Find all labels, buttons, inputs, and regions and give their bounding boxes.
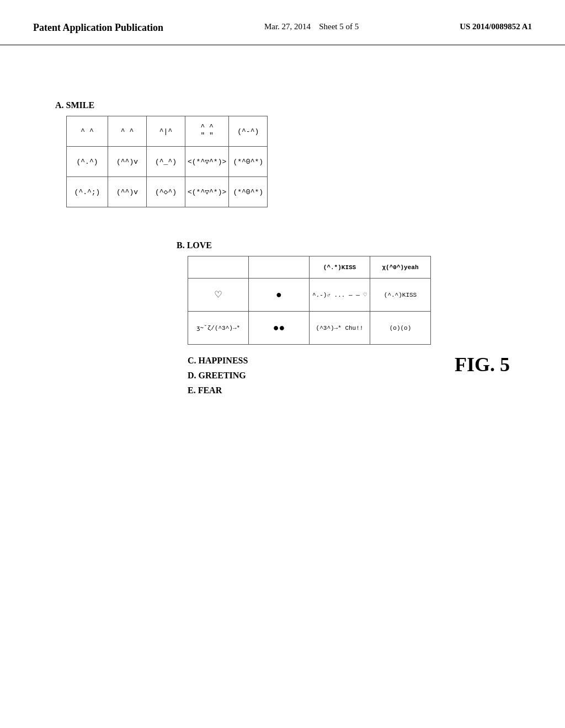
- section-e-label: E. FEAR: [188, 383, 532, 398]
- publication-number: US 2014/0089852 A1: [460, 22, 532, 31]
- table-cell: [249, 256, 310, 279]
- table-cell: χ(^0^)yeah: [370, 256, 431, 279]
- table-cell: [188, 256, 249, 279]
- table-cell: (^◇^): [147, 177, 185, 207]
- table-cell: (^.^): [67, 147, 108, 177]
- table-cell: <(*^▽^*)>: [185, 147, 229, 177]
- smile-table: ^ ^ ^ ^ ^|^ ^ ^" " (^-^) (^.^) (^^)v (^_…: [66, 116, 268, 207]
- table-cell: (^-^): [229, 116, 268, 147]
- table-cell: ʒ~ˇζ/(^3^)→*: [188, 312, 249, 345]
- table-row: (^.*)KISS χ(^0^)yeah: [188, 256, 431, 279]
- section-a: A. SMILE ^ ^ ^ ^ ^|^ ^ ^" " (^-^) (^.^) …: [55, 100, 532, 207]
- table-row: ♡ ● ^.-)♂ ... — — ♡ (^.^)KISS: [188, 279, 431, 312]
- table-row: ^ ^ ^ ^ ^|^ ^ ^" " (^-^): [67, 116, 268, 147]
- table-cell: (^3^)→* Chu!!: [310, 312, 370, 345]
- table-cell: ^ ^: [67, 116, 108, 147]
- table-cell: (*^0^*): [229, 147, 268, 177]
- table-cell: <(*^▽^*)>: [185, 177, 229, 207]
- table-cell: ^ ^" ": [185, 116, 229, 147]
- pub-date: Mar. 27, 2014: [264, 22, 311, 31]
- table-row: (^.^;) (^^)v (^◇^) <(*^▽^*)> (*^0^*): [67, 177, 268, 207]
- table-cell: (^^)v: [108, 147, 147, 177]
- table-cell: (^.*)KISS: [310, 256, 370, 279]
- table-cell: ●●: [249, 312, 310, 345]
- page-header: Patent Application Publication Mar. 27, …: [0, 0, 565, 45]
- love-table: (^.*)KISS χ(^0^)yeah ♡ ● ^.-)♂ ... — — ♡…: [188, 256, 431, 345]
- table-cell: (o)(o): [370, 312, 431, 345]
- table-cell: ^ ^: [108, 116, 147, 147]
- table-cell: (^_^): [147, 147, 185, 177]
- table-cell: ^|^: [147, 116, 185, 147]
- figure-label: FIG. 5: [455, 353, 510, 376]
- publication-title: Patent Application Publication: [33, 22, 163, 34]
- table-cell: ^.-)♂ ... — — ♡: [310, 279, 370, 312]
- table-row: (^.^) (^^)v (^_^) <(*^▽^*)> (*^0^*): [67, 147, 268, 177]
- publication-date-sheet: Mar. 27, 2014 Sheet 5 of 5: [264, 22, 359, 31]
- table-cell: (^^)v: [108, 177, 147, 207]
- table-cell: (^.^)KISS: [370, 279, 431, 312]
- main-content: A. SMILE ^ ^ ^ ^ ^|^ ^ ^" " (^-^) (^.^) …: [0, 45, 565, 420]
- table-cell: (*^0^*): [229, 177, 268, 207]
- table-row: ʒ~ˇζ/(^3^)→* ●● (^3^)→* Chu!! (o)(o): [188, 312, 431, 345]
- table-cell: (^.^;): [67, 177, 108, 207]
- section-a-label: A. SMILE: [55, 100, 532, 110]
- table-cell: ♡: [188, 279, 249, 312]
- table-cell: ●: [249, 279, 310, 312]
- section-b-label: B. LOVE: [177, 240, 532, 250]
- sheet-info: Sheet 5 of 5: [319, 22, 359, 31]
